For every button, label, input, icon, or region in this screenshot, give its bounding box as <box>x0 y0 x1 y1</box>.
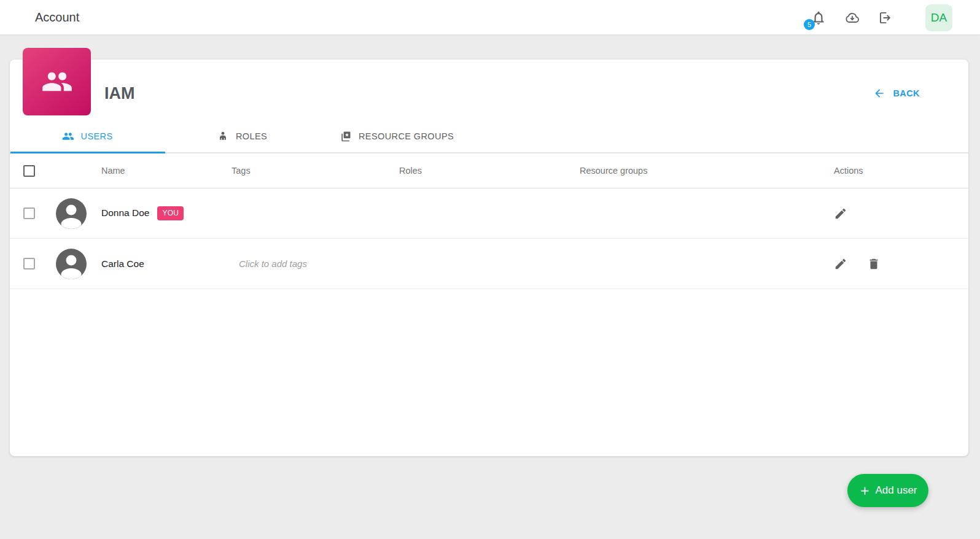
add-tags-placeholder[interactable]: Click to add tags <box>231 258 307 269</box>
add-user-button[interactable]: Add user <box>847 474 928 507</box>
people-icon <box>41 66 73 98</box>
cloud-download-icon <box>844 10 860 26</box>
you-badge: YOU <box>157 206 184 220</box>
edit-pencil-icon <box>834 207 847 220</box>
resource-groups-icon <box>340 130 352 142</box>
column-header-resource-groups: Resource groups <box>580 166 822 176</box>
edit-user-button[interactable] <box>834 257 847 271</box>
user-name: Carla Coe <box>101 258 144 270</box>
logout-icon <box>877 10 893 26</box>
iam-card: IAM BACK USERS ROLES <box>10 60 968 456</box>
user-avatar-icon <box>56 249 87 279</box>
notification-count-badge: 5 <box>804 19 815 30</box>
tab-roles[interactable]: ROLES <box>165 120 319 152</box>
tab-users-label: USERS <box>81 131 113 141</box>
user-name: Donna Doe <box>101 207 149 219</box>
column-header-tags: Tags <box>231 166 399 176</box>
column-header-actions: Actions <box>822 166 968 176</box>
users-icon <box>62 130 74 142</box>
page-header-title: Account <box>35 10 79 25</box>
row-checkbox[interactable] <box>23 258 35 270</box>
add-user-label: Add user <box>875 484 917 497</box>
notifications-button[interactable]: 5 <box>811 10 826 26</box>
column-header-roles: Roles <box>399 166 580 176</box>
user-avatar[interactable]: DA <box>925 4 952 31</box>
back-label: BACK <box>893 88 920 98</box>
row-checkbox[interactable] <box>23 207 35 219</box>
page-title: IAM <box>104 84 135 103</box>
table-row: Carla Coe Click to add tags <box>10 239 968 289</box>
column-header-name: Name <box>101 166 231 176</box>
logout-button[interactable] <box>877 10 893 26</box>
tab-resource-groups-label: RESOURCE GROUPS <box>359 131 454 141</box>
tab-resource-groups[interactable]: RESOURCE GROUPS <box>319 120 474 152</box>
edit-user-button[interactable] <box>834 207 847 220</box>
roles-icon <box>217 130 229 142</box>
table-header: Name Tags Roles Resource groups Actions <box>10 153 968 188</box>
tab-roles-label: ROLES <box>236 131 267 141</box>
back-button[interactable]: BACK <box>873 87 920 99</box>
user-avatar-icon <box>56 198 87 229</box>
trash-icon <box>867 257 881 271</box>
delete-user-button[interactable] <box>867 257 881 271</box>
table-row: Donna Doe YOU <box>10 188 968 239</box>
iam-app-tile <box>23 48 91 115</box>
tab-bar: USERS ROLES RESOURCE GROUPS <box>10 120 968 153</box>
table-body: Donna Doe YOU Ca <box>10 188 968 289</box>
cloud-download-button[interactable] <box>844 10 860 26</box>
arrow-left-icon <box>873 87 885 99</box>
tab-users[interactable]: USERS <box>10 120 165 152</box>
topbar-actions: 5 DA <box>811 0 952 35</box>
plus-icon <box>858 484 871 497</box>
edit-pencil-icon <box>834 257 847 271</box>
topbar: Account 5 DA <box>0 0 980 35</box>
select-all-checkbox[interactable] <box>23 165 35 177</box>
